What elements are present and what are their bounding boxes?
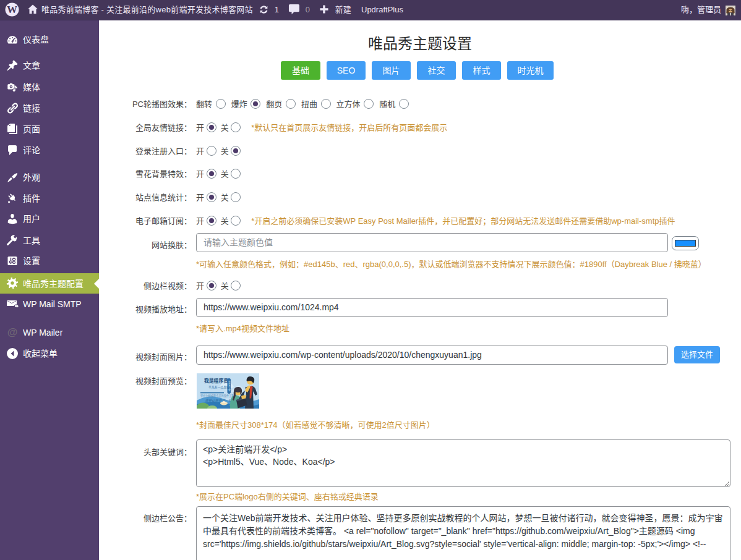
svg-text:平凡有一点想象: 平凡有一点想象	[208, 385, 229, 389]
svg-text:我是程序员: 我是程序员	[204, 378, 228, 384]
svg-text:渴望让世界不一样: 渴望让世界不一样	[205, 399, 233, 402]
svg-text:程序员之家: 程序员之家	[228, 380, 230, 392]
svg-text:W: W	[7, 4, 17, 15]
svg-text:坚持为网编程序员的软件工程师: 坚持为网编程序员的软件工程师	[200, 394, 237, 398]
svg-text:@: @	[7, 326, 18, 338]
